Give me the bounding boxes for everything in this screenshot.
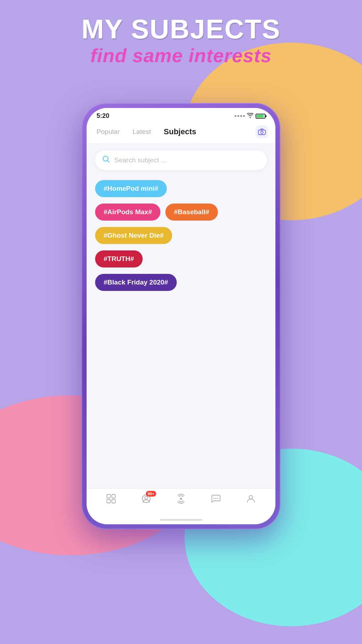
tag-row-3: #Ghost Never Die# [95, 227, 267, 244]
svg-rect-4 [112, 494, 115, 498]
tab-latest[interactable]: Latest [130, 126, 154, 137]
nav-grid[interactable] [106, 494, 116, 506]
nav-chat[interactable] [211, 494, 221, 506]
svg-rect-3 [107, 494, 110, 498]
tag-airpods[interactable]: #AirPods Max# [95, 204, 160, 221]
tag-truth[interactable]: #TRUTH# [95, 250, 143, 267]
tag-blackfriday[interactable]: #Black Friday 2020# [95, 274, 177, 291]
svg-point-13 [249, 496, 253, 499]
tag-row-4: #TRUTH# [95, 250, 267, 267]
svg-rect-5 [107, 499, 110, 503]
tab-subjects[interactable]: Subjects [161, 126, 199, 138]
svg-point-9 [180, 498, 182, 500]
tab-popular[interactable]: Popular [94, 126, 123, 137]
nav-tabs: Popular Latest Subjects [87, 123, 275, 143]
grid-icon [106, 494, 116, 506]
chat-icon [211, 494, 221, 506]
header-section: MY SUBJECTS find same interests [0, 14, 362, 67]
nav-broadcast[interactable] [176, 494, 186, 506]
svg-rect-6 [112, 499, 115, 503]
social-badge: 99+ [146, 491, 156, 497]
battery-icon [256, 114, 265, 119]
bottom-nav: 99+ [87, 488, 275, 516]
phone-notch [153, 108, 209, 119]
profile-icon [246, 494, 256, 506]
status-time: 5:20 [97, 112, 109, 120]
home-indicator [87, 516, 275, 524]
tag-row-5: #Black Friday 2020# [95, 274, 267, 291]
tags-container: #HomePod mini# #AirPods Max# #Baseball# … [95, 180, 267, 297]
svg-point-12 [217, 498, 218, 499]
phone-outer-frame: 5:20 [82, 103, 280, 529]
home-indicator-bar [160, 519, 202, 521]
search-bar[interactable]: Search subject ... [95, 150, 267, 170]
page-title: MY SUBJECTS [0, 14, 362, 44]
signal-dots-icon [235, 115, 245, 117]
tag-row-2: #AirPods Max# #Baseball# [95, 204, 267, 221]
camera-button[interactable] [256, 125, 268, 138]
wifi-icon [247, 113, 253, 119]
status-icons [235, 113, 265, 119]
svg-rect-0 [258, 130, 265, 135]
tag-row-1: #HomePod mini# [95, 180, 267, 197]
tag-homepod[interactable]: #HomePod mini# [95, 180, 167, 197]
search-placeholder: Search subject ... [114, 156, 166, 164]
svg-point-11 [215, 498, 216, 499]
svg-point-8 [145, 496, 148, 499]
search-icon [102, 155, 110, 165]
tag-baseball[interactable]: #Baseball# [165, 204, 218, 221]
page-subtitle: find same interests [0, 44, 362, 67]
nav-profile[interactable] [246, 494, 256, 506]
broadcast-icon [176, 494, 186, 506]
main-content: Search subject ... #HomePod mini# #AirPo… [87, 143, 275, 488]
svg-point-1 [261, 131, 263, 134]
nav-social[interactable]: 99+ [141, 494, 151, 506]
phone-mockup: 5:20 [82, 103, 280, 529]
svg-point-10 [214, 498, 215, 499]
phone-screen: 5:20 [87, 108, 275, 524]
tag-ghost[interactable]: #Ghost Never Die# [95, 227, 172, 244]
